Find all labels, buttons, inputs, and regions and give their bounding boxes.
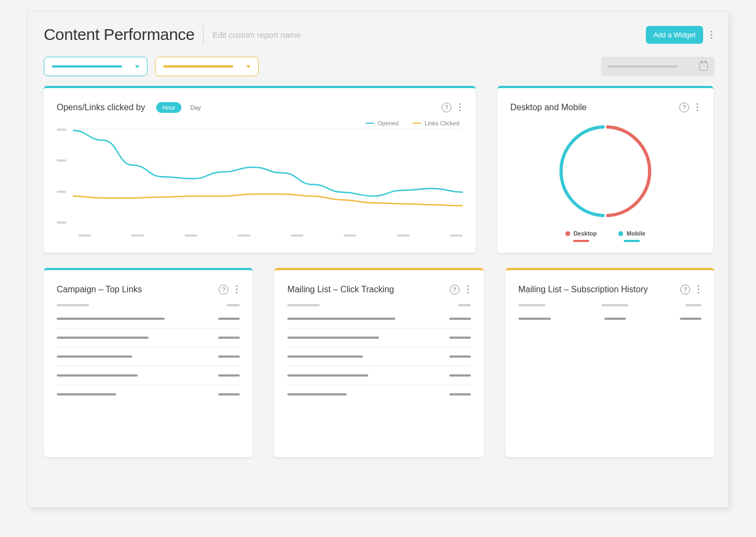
line-chart bbox=[57, 129, 463, 237]
donut-svg bbox=[554, 120, 657, 223]
header-right: Add a Widget bbox=[646, 26, 714, 44]
legend-label: Desktop bbox=[573, 230, 597, 237]
legend-label: Mobile bbox=[626, 230, 645, 237]
legend-dot bbox=[565, 231, 570, 236]
date-range-picker[interactable] bbox=[601, 57, 714, 76]
table-row[interactable] bbox=[57, 310, 240, 328]
table-row[interactable] bbox=[57, 328, 240, 347]
card-header: Mailing List – Subscription History ? bbox=[518, 282, 701, 297]
table-row[interactable] bbox=[287, 328, 470, 347]
legend-desktop: Desktop bbox=[565, 230, 597, 242]
placeholder-bar bbox=[608, 65, 678, 68]
legend-links-clicked: Links Clicked bbox=[413, 120, 460, 126]
card-title: Mailing List – Subscription History bbox=[518, 285, 648, 294]
help-icon[interactable]: ? bbox=[442, 103, 451, 112]
legend-label: Opened bbox=[377, 120, 399, 126]
table-header bbox=[57, 304, 240, 306]
donut-chart: Desktop Mobile bbox=[510, 120, 700, 242]
card-subscription-history: Mailing List – Subscription History ? bbox=[505, 268, 714, 457]
toggle-hour[interactable]: Hour bbox=[156, 102, 182, 113]
card-actions: ? bbox=[219, 282, 240, 297]
card-kebab-menu[interactable] bbox=[457, 100, 463, 115]
card-title: Campaign – Top Links bbox=[57, 285, 142, 294]
card-header: Desktop and Mobile ? bbox=[510, 100, 700, 115]
card-kebab-menu[interactable] bbox=[694, 100, 700, 115]
table-row[interactable] bbox=[287, 366, 470, 385]
x-axis-ticks bbox=[78, 234, 463, 237]
page-title: Content Performance bbox=[44, 25, 194, 44]
help-icon[interactable]: ? bbox=[450, 285, 460, 294]
filter-dropdown-2[interactable] bbox=[155, 57, 259, 76]
calendar-icon bbox=[699, 62, 708, 71]
bottom-cards-row: Campaign – Top Links ? Mailing List – Cl… bbox=[44, 268, 714, 457]
report-name-editor[interactable]: Edit custom report name bbox=[212, 30, 300, 39]
card-desktop-mobile: Desktop and Mobile ? Desktop bbox=[497, 86, 713, 253]
table-row[interactable] bbox=[57, 366, 240, 385]
chevron-down-icon bbox=[135, 65, 139, 68]
add-widget-button[interactable]: Add a Widget bbox=[646, 26, 703, 44]
toggle-day[interactable]: Day bbox=[184, 102, 207, 113]
placeholder-bar bbox=[52, 65, 122, 68]
help-icon[interactable]: ? bbox=[680, 285, 690, 294]
help-icon[interactable]: ? bbox=[679, 103, 689, 112]
top-cards-row: Opens/Links clicked by Hour Day ? Opened bbox=[44, 86, 714, 253]
page-kebab-menu[interactable] bbox=[708, 28, 714, 42]
help-icon[interactable]: ? bbox=[219, 285, 228, 294]
legend-swatch bbox=[413, 123, 421, 124]
card-header: Opens/Links clicked by Hour Day ? bbox=[57, 100, 463, 115]
legend-opened: Opened bbox=[366, 120, 399, 126]
card-top-links: Campaign – Top Links ? bbox=[44, 268, 253, 457]
table-row[interactable] bbox=[287, 347, 470, 366]
card-kebab-menu[interactable] bbox=[696, 282, 701, 297]
legend-swatch bbox=[366, 123, 374, 124]
title-divider bbox=[203, 25, 204, 44]
card-title: Opens/Links clicked by bbox=[57, 103, 145, 112]
legend-label: Links Clicked bbox=[424, 120, 460, 126]
line-chart-legend: Opened Links Clicked bbox=[57, 120, 460, 126]
legend-underline bbox=[573, 240, 589, 242]
filter-row bbox=[44, 57, 714, 76]
table-row[interactable] bbox=[287, 385, 470, 404]
card-actions: ? bbox=[680, 282, 701, 297]
card-header: Campaign – Top Links ? bbox=[57, 282, 240, 297]
legend-underline bbox=[624, 240, 640, 242]
header-left: Content Performance Edit custom report n… bbox=[44, 25, 301, 44]
card-header: Mailing List – Click Tracking ? bbox=[287, 282, 470, 297]
line-chart-svg bbox=[73, 129, 463, 225]
filter-dropdown-1[interactable] bbox=[44, 57, 147, 76]
card-actions: ? bbox=[679, 100, 700, 115]
placeholder-bar bbox=[163, 65, 233, 68]
legend-mobile: Mobile bbox=[618, 230, 645, 242]
dashboard-canvas: Content Performance Edit custom report n… bbox=[27, 11, 729, 508]
legend-dot bbox=[618, 231, 623, 236]
table-row[interactable] bbox=[287, 310, 470, 328]
table-header bbox=[518, 304, 701, 306]
card-kebab-menu[interactable] bbox=[234, 282, 240, 297]
donut-legend: Desktop Mobile bbox=[565, 230, 645, 242]
table-row[interactable] bbox=[57, 347, 240, 366]
time-granularity-toggle: Hour Day bbox=[156, 102, 207, 113]
card-title: Desktop and Mobile bbox=[510, 103, 586, 112]
y-axis-ticks bbox=[57, 129, 66, 224]
card-opens-links: Opens/Links clicked by Hour Day ? Opened bbox=[44, 86, 476, 253]
card-actions: ? bbox=[450, 282, 471, 297]
card-actions: ? bbox=[442, 100, 463, 115]
table-header bbox=[287, 304, 470, 306]
page-header: Content Performance Edit custom report n… bbox=[44, 25, 714, 44]
card-kebab-menu[interactable] bbox=[465, 282, 471, 297]
table-row[interactable] bbox=[57, 385, 240, 404]
table-row[interactable] bbox=[518, 310, 701, 328]
chevron-down-icon bbox=[246, 65, 251, 68]
card-title: Mailing List – Click Tracking bbox=[287, 285, 394, 294]
card-click-tracking: Mailing List – Click Tracking ? bbox=[274, 268, 483, 457]
